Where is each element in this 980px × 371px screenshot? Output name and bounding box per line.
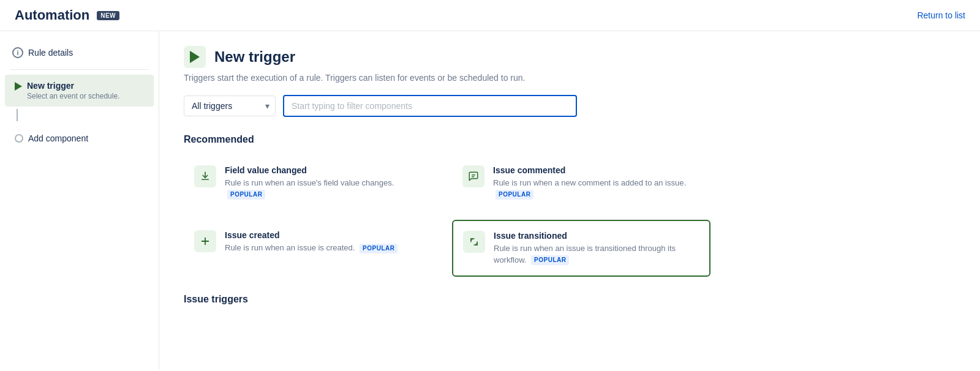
- filter-row: All triggers: [184, 95, 956, 117]
- issue-commented-icon-wrapper: [462, 165, 484, 187]
- app-title: Automation: [15, 7, 89, 23]
- play-icon: [15, 82, 22, 91]
- card-body-field-value-changed: Field value changed Rule is run when an …: [225, 165, 432, 200]
- card-body-issue-created: Issue created Rule is run when an issue …: [225, 230, 398, 253]
- content-play-icon: [190, 51, 200, 63]
- issue-transitioned-icon-wrapper: [463, 231, 485, 253]
- issue-triggers-section-title: Issue triggers: [184, 294, 956, 305]
- popular-badge-issue-transitioned: POPULAR: [531, 255, 569, 265]
- card-body-issue-transitioned: Issue transitioned Rule is run when an i…: [494, 231, 699, 265]
- popular-badge-issue-created: POPULAR: [360, 244, 398, 253]
- popular-badge-field-value-changed: POPULAR: [227, 190, 265, 200]
- content-play-wrapper: [184, 46, 206, 68]
- sidebar-trigger-subtitle: Select an event or schedule.: [27, 92, 119, 100]
- title-area: Automation NEW: [15, 7, 119, 23]
- return-to-list-link[interactable]: Return to list: [917, 10, 965, 20]
- recommended-cards-grid: Field value changed Rule is run when an …: [184, 155, 710, 277]
- app-header: Automation NEW Return to list: [0, 0, 980, 31]
- main-layout: i Rule details New trigger Select an eve…: [0, 31, 980, 370]
- content-header: New trigger: [184, 46, 956, 68]
- trigger-type-select[interactable]: All triggers: [184, 96, 276, 116]
- add-component-label: Add component: [28, 133, 88, 143]
- sidebar-trigger-title: New trigger: [27, 81, 119, 91]
- main-content: New trigger Triggers start the execution…: [159, 31, 980, 370]
- info-icon: i: [12, 47, 23, 58]
- new-badge: NEW: [97, 11, 119, 20]
- trigger-type-select-wrapper: All triggers: [184, 96, 276, 116]
- card-desc-field-value-changed: Rule is run when an issue's field value …: [225, 178, 432, 200]
- sidebar-trigger-text: New trigger Select an event or schedule.: [27, 81, 119, 100]
- card-issue-transitioned[interactable]: Issue transitioned Rule is run when an i…: [452, 220, 710, 276]
- card-title-issue-created: Issue created: [225, 230, 398, 240]
- card-title-issue-transitioned: Issue transitioned: [494, 231, 699, 241]
- popular-badge-issue-commented: POPULAR: [496, 190, 533, 200]
- issue-created-icon-wrapper: [194, 230, 216, 252]
- rule-details-label: Rule details: [28, 48, 73, 58]
- comment-icon: [468, 171, 479, 182]
- card-title-issue-commented: Issue commented: [493, 165, 700, 175]
- field-value-changed-icon-wrapper: [194, 165, 216, 187]
- connector-line: [17, 109, 18, 121]
- filter-input[interactable]: [283, 95, 577, 117]
- download-icon: [200, 171, 211, 182]
- sidebar-divider: [10, 69, 149, 70]
- sidebar-item-rule-details[interactable]: i Rule details: [0, 41, 159, 64]
- sidebar: i Rule details New trigger Select an eve…: [0, 31, 159, 370]
- content-title: New trigger: [214, 48, 295, 66]
- plus-icon: [200, 236, 211, 247]
- add-component-circle-icon: [15, 134, 23, 143]
- recommended-section-title: Recommended: [184, 134, 956, 145]
- card-title-field-value-changed: Field value changed: [225, 165, 432, 175]
- card-desc-issue-commented: Rule is run when a new comment is added …: [493, 178, 700, 200]
- card-issue-created[interactable]: Issue created Rule is run when an issue …: [184, 220, 442, 276]
- transition-icon: [469, 236, 480, 247]
- content-description: Triggers start the execution of a rule. …: [184, 73, 956, 83]
- sidebar-trigger-item[interactable]: New trigger Select an event or schedule.: [5, 75, 154, 107]
- card-desc-issue-transitioned: Rule is run when an issue is transitione…: [494, 243, 699, 265]
- card-body-issue-commented: Issue commented Rule is run when a new c…: [493, 165, 700, 200]
- card-issue-commented[interactable]: Issue commented Rule is run when a new c…: [452, 155, 710, 210]
- sidebar-add-component[interactable]: Add component: [0, 126, 159, 151]
- card-field-value-changed[interactable]: Field value changed Rule is run when an …: [184, 155, 442, 210]
- card-desc-issue-created: Rule is run when an issue is created. PO…: [225, 242, 398, 253]
